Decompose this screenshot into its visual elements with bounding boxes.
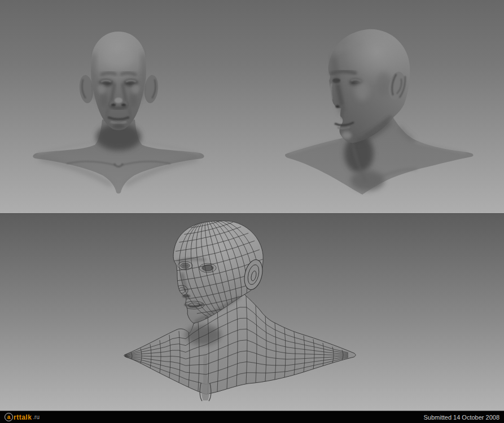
shaded-views-viewport (0, 0, 504, 213)
wireframe-bust (124, 214, 356, 401)
three-quarter-bust (285, 29, 474, 195)
render-showcase-page: a rttalk .ru Submitted 14 October 2008 (0, 0, 504, 423)
front-shaded-bust-render (0, 0, 252, 213)
wireframe-view-viewport (0, 213, 504, 411)
footer-bar: a rttalk .ru Submitted 14 October 2008 (0, 411, 504, 423)
logo-a-icon: a (5, 413, 13, 421)
three-quarter-shaded-bust-render (252, 0, 504, 213)
arttalk-logo[interactable]: a rttalk .ru (5, 413, 40, 421)
logo-text: rttalk (14, 413, 32, 421)
submitted-date: Submitted 14 October 2008 (423, 414, 499, 421)
logo-tld: .ru (33, 414, 40, 420)
wireframe-bust-render (0, 214, 504, 411)
front-bust (33, 32, 204, 193)
